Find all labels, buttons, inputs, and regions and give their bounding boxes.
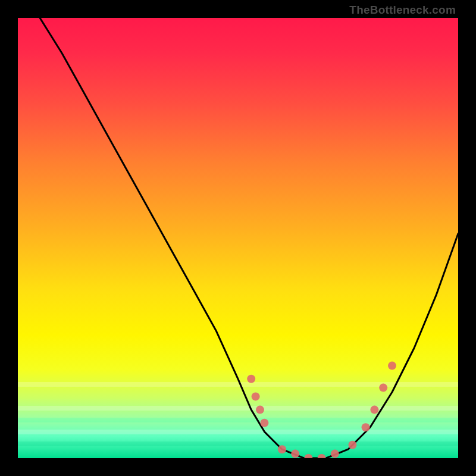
svg-point-8 [331,450,339,458]
svg-point-9 [348,441,356,449]
svg-point-3 [260,419,268,427]
svg-point-6 [304,454,312,458]
plot-area [18,18,458,458]
svg-point-2 [256,406,264,414]
svg-point-0 [247,375,255,383]
svg-point-10 [362,423,370,431]
curve-points [247,362,396,458]
chart-frame: TheBottleneck.com [0,0,476,476]
curve-layer [18,18,458,458]
svg-point-4 [278,445,286,453]
watermark-text: TheBottleneck.com [349,4,456,17]
svg-point-5 [291,450,299,458]
svg-point-11 [370,406,378,414]
svg-point-13 [388,362,396,370]
svg-point-1 [252,392,260,400]
svg-point-7 [318,454,326,458]
svg-point-12 [379,384,387,392]
bottleneck-curve [40,18,458,458]
